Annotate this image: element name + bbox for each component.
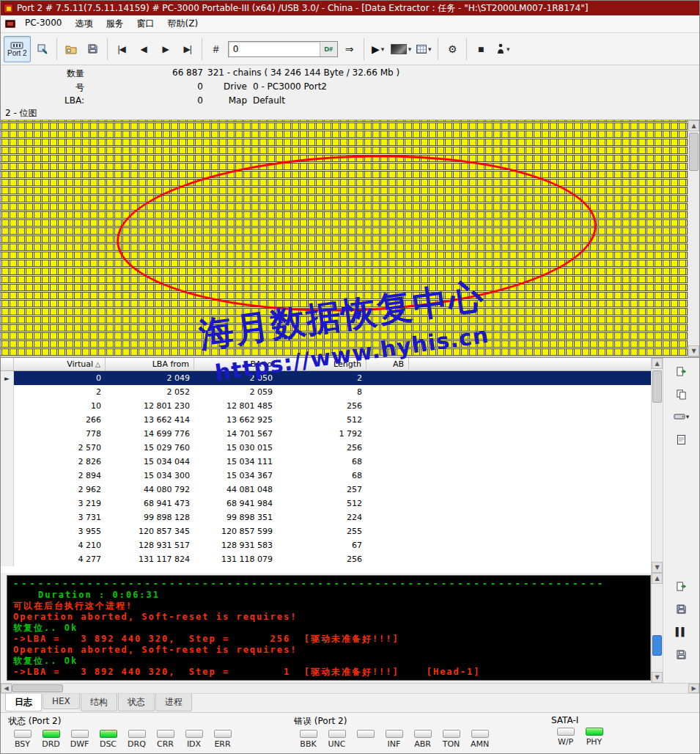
counter-mode-button[interactable]: D# bbox=[320, 42, 337, 56]
col-length[interactable]: Length bbox=[277, 358, 366, 370]
col-virtual[interactable]: Virtual △ bbox=[14, 358, 106, 370]
table-row[interactable]: 3 21968 941 47368 941 984512 bbox=[1, 497, 651, 510]
menu-item[interactable]: PC-3000 bbox=[18, 15, 68, 32]
scroll-up-icon[interactable]: ▲ bbox=[652, 358, 663, 369]
bitmap-scrollbar[interactable]: ▲ ▼ bbox=[688, 120, 699, 356]
menu-item[interactable]: 帮助(Z) bbox=[161, 15, 205, 32]
table-cell: 3 955 bbox=[14, 524, 106, 538]
table-row[interactable]: 3 955120 857 345120 857 599255 bbox=[1, 524, 651, 538]
horizontal-scrollbar[interactable]: ◀ ▶ bbox=[1, 683, 699, 693]
tab[interactable]: 状态 bbox=[118, 694, 155, 711]
table-cell: 8 bbox=[277, 385, 366, 399]
table-cell bbox=[366, 455, 409, 469]
table-row[interactable]: 22 0522 0598 bbox=[1, 385, 651, 399]
tab[interactable]: 日志 bbox=[5, 694, 42, 711]
tab[interactable]: 进程 bbox=[155, 694, 192, 711]
bitmap-section-label: 2 - 位图 bbox=[1, 106, 699, 120]
col-lba-from[interactable]: LBA from bbox=[106, 358, 194, 370]
stop-button[interactable]: ■ bbox=[471, 36, 491, 62]
table-cell: 99 898 128 bbox=[106, 510, 194, 524]
scrollbar-thumb[interactable] bbox=[12, 684, 63, 692]
export-log-button[interactable] bbox=[672, 577, 691, 595]
log-scrollbar[interactable]: ▲ ▼ bbox=[651, 573, 663, 683]
scrollbar-track[interactable] bbox=[63, 684, 688, 693]
led-label: BBK bbox=[300, 739, 316, 749]
table-cell: 2 bbox=[277, 371, 366, 385]
table-row[interactable]: 2 89415 034 30015 034 36768 bbox=[1, 469, 651, 483]
prev-chain-button[interactable]: ◀ bbox=[133, 36, 154, 62]
row-filler bbox=[409, 469, 651, 483]
tools-button[interactable]: ⚙ bbox=[442, 36, 463, 62]
led-cell: INF bbox=[380, 730, 408, 749]
table-scrollbar[interactable]: ▲ ▼ bbox=[651, 358, 663, 573]
open-map-button[interactable] bbox=[61, 36, 81, 62]
save-log-button[interactable] bbox=[672, 600, 691, 618]
save-log-as-button[interactable] bbox=[672, 645, 691, 663]
user-mode-button[interactable]: ▾ bbox=[493, 36, 513, 62]
log-terminal[interactable]: ----------------------------------------… bbox=[7, 575, 651, 681]
table-row[interactable]: 2 82615 034 04415 034 11168 bbox=[1, 455, 651, 469]
col-lba-to[interactable]: LBA to bbox=[194, 358, 277, 370]
row-marker bbox=[1, 483, 14, 497]
chevron-down-icon: ▾ bbox=[428, 45, 432, 53]
lba-label: LBA: bbox=[1, 95, 89, 106]
scrollbar-track[interactable] bbox=[652, 369, 663, 562]
edit-task-button[interactable] bbox=[32, 36, 53, 62]
log-line: 可以在后台执行这个进程! bbox=[13, 601, 644, 612]
table-view-button[interactable]: ▾ bbox=[413, 36, 434, 62]
scrollbar-track[interactable] bbox=[688, 131, 699, 345]
copy-rows-button[interactable] bbox=[672, 385, 691, 403]
scrollbar-track[interactable] bbox=[652, 584, 663, 672]
last-chain-button[interactable]: ▶| bbox=[177, 36, 198, 62]
first-chain-button[interactable]: |◀ bbox=[111, 36, 132, 62]
scroll-up-icon[interactable]: ▲ bbox=[688, 120, 699, 131]
table-cell: 68 bbox=[277, 455, 366, 469]
grid-icon bbox=[416, 45, 427, 54]
next-chain-icon: ▶ bbox=[163, 44, 169, 54]
table-row[interactable]: 3 73199 898 12899 898 351224 bbox=[1, 510, 651, 524]
scroll-up-icon[interactable]: ▲ bbox=[652, 573, 663, 584]
table-row[interactable]: 4 210128 931 517128 931 58367 bbox=[1, 538, 651, 552]
report-page-button[interactable] bbox=[672, 431, 691, 448]
table-row[interactable]: 2 57015 029 76015 030 015256 bbox=[1, 441, 651, 455]
scrollbar-thumb[interactable] bbox=[689, 133, 699, 171]
log-line: ----------------------------------------… bbox=[13, 579, 644, 590]
scroll-down-icon[interactable]: ▼ bbox=[652, 562, 663, 573]
tab[interactable]: HEX bbox=[43, 694, 80, 709]
scrollbar-thumb[interactable] bbox=[652, 370, 662, 403]
table-row[interactable]: 77814 699 77614 701 5671 792 bbox=[1, 427, 651, 441]
scroll-right-icon[interactable]: ▶ bbox=[688, 684, 699, 693]
menu-item[interactable]: 窗口 bbox=[130, 15, 161, 32]
table-row[interactable]: 1012 801 23012 801 485256 bbox=[1, 399, 651, 413]
table-row[interactable]: 26613 662 41413 662 925512 bbox=[1, 413, 651, 427]
port2-button[interactable]: Port 2 bbox=[4, 36, 31, 62]
col-ab[interactable]: AB bbox=[366, 358, 409, 370]
menu-item[interactable]: 服务 bbox=[99, 15, 130, 32]
row-marker: ► bbox=[1, 371, 14, 385]
table-cell: 13 662 414 bbox=[106, 413, 194, 427]
export-table-button[interactable] bbox=[672, 362, 691, 380]
scroll-down-icon[interactable]: ▼ bbox=[688, 345, 699, 356]
next-chain-button[interactable]: ▶ bbox=[155, 36, 176, 62]
sector-bitmap[interactable] bbox=[1, 120, 688, 356]
table-cell: 3 731 bbox=[14, 510, 106, 524]
drive-select-button[interactable]: ▾ bbox=[672, 408, 691, 425]
log-line: 软复位.. Ok bbox=[13, 623, 644, 634]
scrollbar-thumb[interactable] bbox=[652, 635, 662, 656]
sector-counter-field[interactable]: 0 D# bbox=[228, 41, 338, 57]
led-indicator bbox=[357, 730, 375, 738]
table-row[interactable]: ►02 0492 0502 bbox=[1, 371, 651, 385]
scroll-left-icon[interactable]: ◀ bbox=[1, 684, 12, 693]
log-line: 软复位.. Ok bbox=[13, 656, 644, 667]
start-button[interactable]: ▶ ▾ bbox=[368, 36, 388, 62]
map-view-button[interactable]: ▾ bbox=[390, 36, 413, 62]
pause-log-button[interactable]: ▌▌ bbox=[672, 623, 691, 640]
tab[interactable]: 结构 bbox=[81, 694, 117, 711]
menu-item[interactable]: 选项 bbox=[68, 15, 99, 32]
sector-number-button[interactable]: # bbox=[206, 36, 226, 62]
table-row[interactable]: 2 96244 080 79244 081 048257 bbox=[1, 483, 651, 497]
table-row[interactable]: 4 277131 117 824131 118 079256 bbox=[1, 552, 651, 566]
save-map-button[interactable] bbox=[83, 36, 103, 62]
scroll-down-icon[interactable]: ▼ bbox=[652, 672, 663, 683]
goto-sector-button[interactable]: ⇒ bbox=[339, 36, 360, 62]
